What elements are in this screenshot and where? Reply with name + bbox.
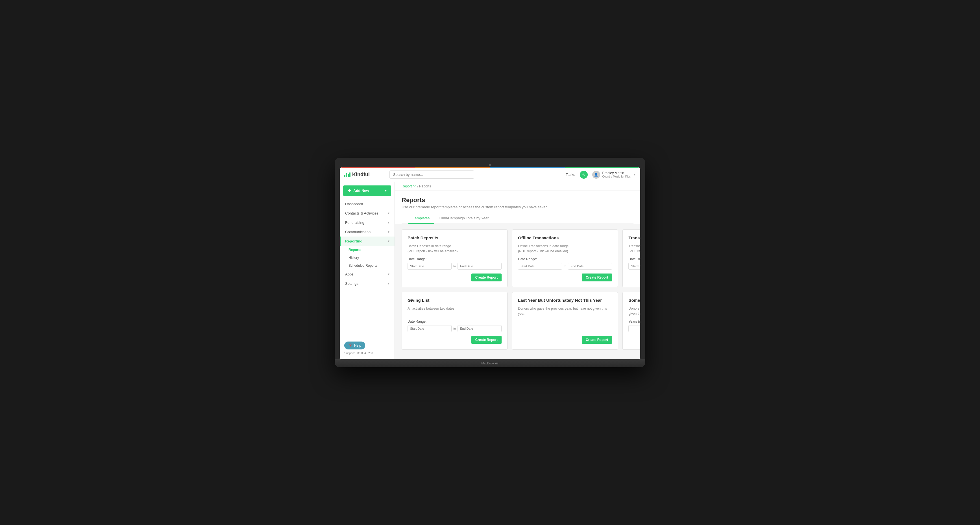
report-card-desc: Offline Transactions in date range.(PDF … <box>518 244 612 254</box>
report-card-desc: Transactions On and Offline in date rang… <box>628 244 640 254</box>
reports-grid: Batch Deposits Batch Deposits in date ra… <box>395 224 640 355</box>
end-date-input[interactable] <box>458 325 501 332</box>
sidebar-item-apps-label: Apps <box>345 272 353 276</box>
create-report-button-1[interactable]: Create Report <box>582 273 612 281</box>
tab-fund-campaign-totals[interactable]: Fund/Campaign Totals by Year <box>434 213 493 224</box>
date-range-label: Date Range: <box>628 257 640 261</box>
date-inputs: to <box>518 263 612 270</box>
page-header: Reports Use our premade report templates… <box>395 191 640 224</box>
breadcrumb-current: Reports <box>419 184 431 188</box>
sidebar-bottom: ❓ Help Support: 888.854.3230 <box>340 337 395 359</box>
sidebar-item-settings[interactable]: Settings ▼ <box>340 279 395 288</box>
date-inputs: to <box>407 325 501 332</box>
tab-templates[interactable]: Templates <box>408 213 434 224</box>
report-card-title: Batch Deposits <box>407 235 501 240</box>
search-bar[interactable] <box>390 170 474 179</box>
date-separator: to <box>564 265 566 268</box>
avatar: 👤 <box>592 171 600 179</box>
date-inputs: to <box>407 263 501 270</box>
sidebar-item-communication[interactable]: Communication ▼ <box>340 227 395 236</box>
sidebar-item-reporting[interactable]: Reporting ▼ <box>340 236 395 246</box>
sidebar-item-settings-label: Settings <box>345 281 358 285</box>
add-new-chevron-icon: ▼ <box>384 189 387 192</box>
report-card-giving-list: Giving List All activities between two d… <box>402 292 508 350</box>
tabs-bar: Templates Fund/Campaign Totals by Year <box>402 213 633 224</box>
report-card-title: Last Year But Unfortunately Not This Yea… <box>518 298 612 303</box>
sidebar-item-contacts-label: Contacts & Activities <box>345 211 379 216</box>
start-date-input[interactable] <box>407 263 452 270</box>
sidebar-item-dashboard-label: Dashboard <box>345 202 363 206</box>
years-label: Years (separate by commas, limit 5): <box>628 319 640 324</box>
sidebar-item-fundraising[interactable]: Fundraising ▼ <box>340 218 395 227</box>
top-color-bar <box>340 167 640 168</box>
sidebar-sub-reports-label: Reports <box>348 248 361 252</box>
date-separator: to <box>453 265 456 268</box>
start-date-input[interactable] <box>518 263 562 270</box>
fundraising-chevron-icon: ▼ <box>387 221 390 224</box>
create-report-button-3[interactable]: Create Report <box>471 336 501 344</box>
spacer <box>518 321 612 336</box>
sidebar-item-reporting-label: Reporting <box>345 239 362 243</box>
plus-icon: ＋ <box>347 188 352 194</box>
logo-bar-3 <box>348 174 349 177</box>
sidebar-item-contacts-activities[interactable]: Contacts & Activities ▼ <box>340 209 395 218</box>
logo-bar-4 <box>349 173 350 177</box>
date-separator: to <box>453 327 456 330</box>
sidebar-sub-item-scheduled-reports[interactable]: Scheduled Reports <box>340 262 395 270</box>
navbar-right: Tasks ◎ 👤 Bradley Martin Country Music f… <box>566 171 636 179</box>
main-layout: ＋ Add New ▼ Dashboard Contacts & Activit… <box>340 182 640 359</box>
sidebar-item-fundraising-label: Fundraising <box>345 220 364 225</box>
sidebar-sub-item-reports[interactable]: Reports <box>340 246 395 254</box>
sidebar-sub-scheduled-label: Scheduled Reports <box>348 263 377 268</box>
user-chevron-icon: ▼ <box>633 173 636 176</box>
search-input[interactable] <box>390 170 474 179</box>
help-icon: ❓ <box>348 344 352 347</box>
apps-chevron-icon: ▼ <box>387 273 390 276</box>
start-date-input[interactable] <box>407 325 452 332</box>
report-card-batch-deposits: Batch Deposits Batch Deposits in date ra… <box>402 230 508 287</box>
report-card-last-year: Last Year But Unfortunately Not This Yea… <box>512 292 618 350</box>
user-info[interactable]: 👤 Bradley Martin Country Music for Kids … <box>592 171 636 179</box>
breadcrumb-parent[interactable]: Reporting <box>402 184 416 188</box>
sidebar-item-communication-label: Communication <box>345 230 371 234</box>
content-area: Reporting / Reports Reports Use our prem… <box>395 182 640 359</box>
breadcrumb: Reporting / Reports <box>395 182 640 191</box>
notification-icon[interactable]: ◎ <box>580 171 588 179</box>
user-org: Country Music for Kids <box>602 175 631 178</box>
date-range-label: Date Range: <box>518 257 612 261</box>
end-date-input[interactable] <box>458 263 501 270</box>
report-card-desc: Batch Deposits in date range.(PDF report… <box>407 244 501 254</box>
end-date-input[interactable] <box>568 263 612 270</box>
reporting-chevron-icon: ▼ <box>387 240 390 243</box>
contacts-chevron-icon: ▼ <box>387 212 390 215</box>
report-card-title: Offline Transactions <box>518 235 612 240</box>
communication-chevron-icon: ▼ <box>387 230 390 233</box>
user-details: Bradley Martin Country Music for Kids <box>602 171 631 178</box>
help-label: Help <box>354 344 361 347</box>
sidebar-sub-item-history[interactable]: History <box>340 254 395 262</box>
report-card-desc: All activities between two dates. <box>407 306 501 316</box>
create-report-button-4[interactable]: Create Report <box>582 336 612 344</box>
date-inputs: to <box>628 263 640 270</box>
help-button[interactable]: ❓ Help <box>344 341 365 349</box>
start-date-input[interactable] <box>628 263 640 270</box>
tasks-button[interactable]: Tasks <box>566 173 575 177</box>
navbar: Kindful Tasks ◎ 👤 Bradley Martin Country… <box>340 167 640 182</box>
create-report-button-0[interactable]: Create Report <box>471 273 501 281</box>
report-card-desc: Donors who gave one or more specified ye… <box>628 306 640 316</box>
report-card-title: Giving List <box>407 298 501 303</box>
page-title: Reports <box>402 197 633 204</box>
date-range-label: Date Range: <box>407 257 501 261</box>
report-card-transactions-on-offline: Transactions On And Offline Transactions… <box>622 230 640 287</box>
sidebar-item-dashboard[interactable]: Dashboard <box>340 199 395 209</box>
logo-icon <box>344 173 350 177</box>
user-name: Bradley Martin <box>602 171 631 175</box>
date-range-label: Date Range: <box>407 319 501 324</box>
years-input[interactable] <box>628 325 640 332</box>
report-card-title: Some Year But Unfortunately Not This Yea… <box>628 298 640 303</box>
report-card-some-year: Some Year But Unfortunately Not This Yea… <box>622 292 640 350</box>
add-new-button[interactable]: ＋ Add New ▼ <box>343 186 391 196</box>
add-new-label: Add New <box>353 189 369 193</box>
support-text: Support: 888.854.3230 <box>344 352 390 355</box>
sidebar-item-apps[interactable]: Apps ▼ <box>340 270 395 279</box>
